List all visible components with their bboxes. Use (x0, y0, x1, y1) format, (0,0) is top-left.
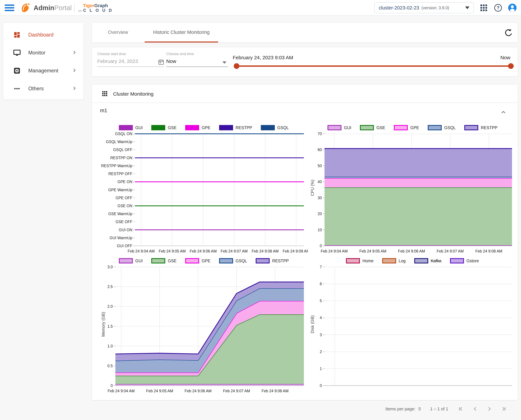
disk-usage-chart: HomeLogKafkaGstore 01234567 Disk (GB) (309, 257, 516, 396)
legend-label: GPE (410, 125, 419, 130)
legend-item-restpp[interactable]: RESTPP (219, 125, 252, 130)
legend-item-gpe[interactable]: GPE (394, 125, 419, 130)
svg-text:GUI ON: GUI ON (119, 228, 132, 232)
legend-item-gse[interactable]: GSE (151, 258, 177, 263)
apps-grid-icon[interactable] (479, 3, 488, 12)
legend-label: GSE (376, 125, 385, 130)
chevron-right-icon (72, 50, 77, 56)
paginator: Items per page: 5 1 – 1 of 1 (92, 403, 518, 415)
svg-text:Feb 24 9:09 AM: Feb 24 9:09 AM (283, 249, 308, 253)
previous-page-icon[interactable] (472, 405, 478, 412)
menu-icon[interactable] (4, 4, 15, 12)
legend-item-log[interactable]: Log (382, 258, 406, 263)
legend-item-gsql[interactable]: GSQL (219, 258, 247, 263)
legend-item-gsql[interactable]: GSQL (428, 125, 456, 130)
svg-text:Feb 24 9:08 AM: Feb 24 9:08 AM (252, 249, 279, 253)
legend-swatch (382, 258, 396, 263)
cluster-select[interactable]: cluster-2023-02-23 (version: 3.9.0) (374, 2, 474, 13)
legend-item-home[interactable]: Home (346, 258, 373, 263)
svg-text:40: 40 (318, 180, 322, 184)
slider-end-label: Now (500, 55, 510, 60)
legend-label: GUI (344, 125, 351, 130)
legend-swatch (261, 125, 275, 130)
svg-text:GSE ON: GSE ON (117, 204, 132, 208)
svg-text:1.0: 1.0 (107, 344, 113, 348)
items-per-page-label: Items per page: (385, 406, 415, 412)
items-per-page-value[interactable]: 5 (419, 406, 421, 412)
svg-text:GSQL WarmUp: GSQL WarmUp (106, 140, 132, 144)
app-header: AdminPortal TigerGraph onC L O U D clust… (0, 0, 521, 15)
legend-label: RESTPP (236, 125, 252, 130)
svg-text:Feb 24 9:07 AM: Feb 24 9:07 AM (223, 389, 250, 393)
legend-item-kafka[interactable]: Kafka (414, 258, 441, 263)
legend-label: GUI (135, 125, 143, 130)
legend-label: GSQL (444, 125, 456, 130)
legend-item-gui[interactable]: GUI (119, 258, 143, 263)
legend-item-gpe[interactable]: GPE (185, 258, 210, 263)
legend-item-restpp[interactable]: RESTPP (256, 258, 289, 263)
start-time-label: Choose start time (97, 52, 126, 56)
sidebar-item-management[interactable]: Management (3, 62, 84, 80)
svg-text:3.0: 3.0 (107, 265, 113, 269)
legend-swatch (256, 258, 270, 263)
dashboard-icon (13, 31, 21, 38)
end-time-select[interactable]: Now (166, 59, 176, 64)
start-time-input[interactable]: February 24, 2023 (97, 59, 138, 64)
legend-swatch (450, 258, 464, 263)
tab-overview[interactable]: Overview (101, 23, 135, 42)
chart-plot: GSQL ONGSQL WarmUpGSQL OFFRESTPP ONRESTP… (100, 131, 308, 256)
legend-item-gpe[interactable]: GPE (185, 125, 210, 130)
user-avatar[interactable] (508, 3, 517, 12)
svg-text:GSE WarmUp: GSE WarmUp (108, 212, 132, 216)
end-input-underline (166, 67, 228, 67)
sidebar-item-label: Dashboard (28, 32, 54, 38)
legend-swatch (219, 125, 233, 130)
calendar-icon[interactable] (158, 59, 164, 66)
first-page-icon[interactable] (458, 405, 464, 412)
svg-text:6: 6 (320, 282, 322, 286)
svg-text:Feb 24 9:06 AM: Feb 24 9:06 AM (190, 249, 217, 253)
legend-label: Kafka (431, 258, 441, 263)
help-icon[interactable]: ? (494, 3, 502, 12)
svg-text:0: 0 (320, 244, 322, 248)
legend-swatch (327, 125, 342, 130)
slider-handle-start[interactable] (234, 63, 239, 69)
legend-item-restpp[interactable]: RESTPP (464, 125, 498, 130)
legend-label: GSE (168, 125, 177, 130)
svg-text:Feb 24 9:05 AM: Feb 24 9:05 AM (359, 249, 386, 253)
legend-item-gstore[interactable]: Gstore (450, 258, 479, 263)
legend-item-gse[interactable]: GSE (151, 125, 177, 130)
legend-item-gsql[interactable]: GSQL (261, 125, 289, 130)
legend-item-gui[interactable]: GUI (327, 125, 351, 130)
legend-item-gui[interactable]: GUI (119, 125, 143, 130)
time-range-slider[interactable] (236, 65, 511, 67)
legend-item-gse[interactable]: GSE (360, 125, 385, 130)
brand-admin: Admin (34, 4, 54, 12)
svg-text:RESTPP OFF: RESTPP OFF (108, 172, 132, 176)
svg-text:Feb 24 9:05 AM: Feb 24 9:05 AM (146, 389, 173, 393)
tab-historic-cluster-monitoring[interactable]: Historic Cluster Monitoring (145, 23, 218, 42)
svg-text:Feb 24 9:08 AM: Feb 24 9:08 AM (475, 249, 502, 253)
ellipsis-icon (13, 85, 21, 92)
legend-label: RESTPP (272, 258, 289, 263)
legend-label: Log (399, 258, 406, 263)
svg-text:GPE WarmUp: GPE WarmUp (108, 188, 132, 192)
svg-text:4: 4 (320, 315, 322, 320)
sidebar-item-monitor[interactable]: Monitor (3, 44, 84, 62)
end-time-caret-icon[interactable] (222, 61, 226, 64)
refresh-icon[interactable] (504, 28, 513, 37)
chart-plot: 01234567 (309, 265, 516, 396)
svg-text:0: 0 (110, 383, 113, 388)
sidebar-item-others[interactable]: Others (3, 80, 84, 98)
chart-legend: GUIGSEGPEGSQLRESTPP (309, 124, 516, 131)
slider-handle-end[interactable] (508, 63, 514, 69)
last-page-icon[interactable] (500, 405, 507, 412)
collapse-chevron-icon[interactable] (500, 109, 507, 116)
sidebar-item-dashboard[interactable]: Dashboard (3, 26, 84, 44)
svg-text:7: 7 (320, 265, 322, 269)
next-page-icon[interactable] (486, 405, 493, 412)
tigergraph-logo-icon (20, 2, 31, 14)
settings-icon (13, 67, 21, 74)
chevron-right-icon (72, 68, 77, 74)
legend-label: Gstore (467, 258, 479, 263)
